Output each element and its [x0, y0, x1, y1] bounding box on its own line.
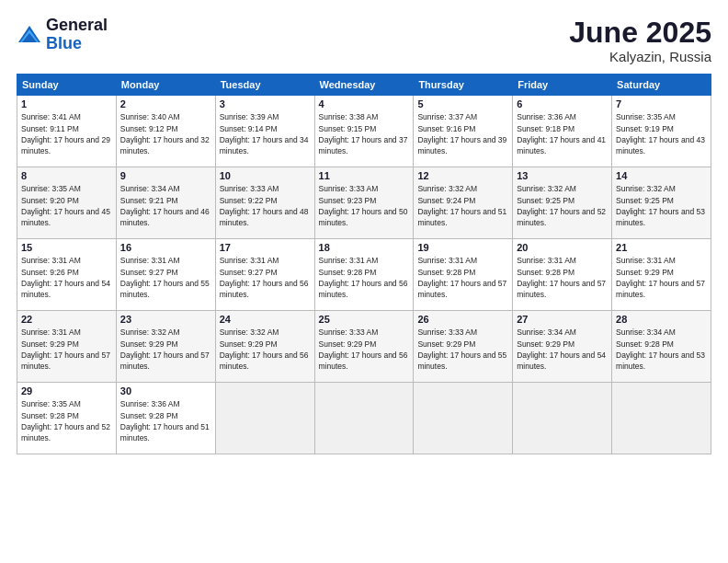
calendar-week-4: 22Sunrise: 3:31 AM Sunset: 9:29 PM Dayli… [17, 311, 711, 383]
day-info: Sunrise: 3:33 AM Sunset: 9:29 PM Dayligh… [319, 327, 410, 372]
calendar-week-2: 8Sunrise: 3:35 AM Sunset: 9:20 PM Daylig… [17, 167, 711, 239]
day-number: 10 [220, 170, 311, 181]
table-row [612, 383, 711, 454]
day-info: Sunrise: 3:34 AM Sunset: 9:28 PM Dayligh… [616, 327, 707, 372]
day-info: Sunrise: 3:32 AM Sunset: 9:25 PM Dayligh… [616, 183, 707, 228]
day-number: 4 [319, 98, 410, 109]
table-row: 2Sunrise: 3:40 AM Sunset: 9:12 PM Daylig… [116, 96, 215, 167]
table-row: 21Sunrise: 3:31 AM Sunset: 9:29 PM Dayli… [612, 239, 711, 311]
day-info: Sunrise: 3:31 AM Sunset: 9:26 PM Dayligh… [21, 255, 112, 300]
title-block: June 2025 Kalyazin, Russia [569, 17, 711, 64]
day-number: 22 [21, 314, 112, 325]
col-tuesday: Tuesday [215, 75, 314, 96]
day-info: Sunrise: 3:33 AM Sunset: 9:23 PM Dayligh… [319, 183, 410, 228]
table-row: 29Sunrise: 3:35 AM Sunset: 9:28 PM Dayli… [17, 383, 117, 454]
month-title: June 2025 [569, 17, 711, 49]
col-monday: Monday [116, 75, 215, 96]
table-row: 28Sunrise: 3:34 AM Sunset: 9:28 PM Dayli… [612, 311, 711, 383]
day-number: 16 [120, 242, 211, 253]
logo: General Blue [17, 17, 108, 53]
day-info: Sunrise: 3:32 AM Sunset: 9:29 PM Dayligh… [120, 327, 211, 372]
table-row: 6Sunrise: 3:36 AM Sunset: 9:18 PM Daylig… [513, 96, 612, 167]
day-number: 23 [120, 314, 211, 325]
day-number: 14 [616, 170, 707, 181]
day-number: 11 [319, 170, 410, 181]
col-thursday: Thursday [414, 75, 513, 96]
day-info: Sunrise: 3:31 AM Sunset: 9:29 PM Dayligh… [21, 327, 112, 372]
table-row: 24Sunrise: 3:32 AM Sunset: 9:29 PM Dayli… [215, 311, 314, 383]
table-row: 9Sunrise: 3:34 AM Sunset: 9:21 PM Daylig… [116, 167, 215, 239]
table-row [414, 383, 513, 454]
day-number: 7 [616, 98, 707, 109]
table-row: 30Sunrise: 3:36 AM Sunset: 9:28 PM Dayli… [116, 383, 215, 454]
calendar-header-row: Sunday Monday Tuesday Wednesday Thursday… [17, 75, 711, 96]
calendar-week-1: 1Sunrise: 3:41 AM Sunset: 9:11 PM Daylig… [17, 96, 711, 167]
day-number: 21 [616, 242, 707, 253]
table-row: 7Sunrise: 3:35 AM Sunset: 9:19 PM Daylig… [612, 96, 711, 167]
col-saturday: Saturday [612, 75, 711, 96]
table-row: 8Sunrise: 3:35 AM Sunset: 9:20 PM Daylig… [17, 167, 117, 239]
table-row: 3Sunrise: 3:39 AM Sunset: 9:14 PM Daylig… [215, 96, 314, 167]
day-number: 25 [319, 314, 410, 325]
table-row: 14Sunrise: 3:32 AM Sunset: 9:25 PM Dayli… [612, 167, 711, 239]
day-info: Sunrise: 3:33 AM Sunset: 9:29 PM Dayligh… [417, 327, 508, 372]
day-number: 5 [417, 98, 508, 109]
day-info: Sunrise: 3:37 AM Sunset: 9:16 PM Dayligh… [417, 111, 508, 156]
day-number: 8 [21, 170, 112, 181]
day-info: Sunrise: 3:41 AM Sunset: 9:11 PM Dayligh… [21, 111, 112, 156]
day-info: Sunrise: 3:38 AM Sunset: 9:15 PM Dayligh… [319, 111, 410, 156]
col-wednesday: Wednesday [314, 75, 414, 96]
day-info: Sunrise: 3:35 AM Sunset: 9:28 PM Dayligh… [21, 398, 112, 443]
table-row [314, 383, 414, 454]
day-number: 9 [120, 170, 211, 181]
table-row: 5Sunrise: 3:37 AM Sunset: 9:16 PM Daylig… [414, 96, 513, 167]
table-row: 10Sunrise: 3:33 AM Sunset: 9:22 PM Dayli… [215, 167, 314, 239]
day-number: 17 [220, 242, 311, 253]
table-row: 12Sunrise: 3:32 AM Sunset: 9:24 PM Dayli… [414, 167, 513, 239]
day-info: Sunrise: 3:32 AM Sunset: 9:24 PM Dayligh… [417, 183, 508, 228]
day-info: Sunrise: 3:32 AM Sunset: 9:25 PM Dayligh… [517, 183, 608, 228]
table-row: 16Sunrise: 3:31 AM Sunset: 9:27 PM Dayli… [116, 239, 215, 311]
day-info: Sunrise: 3:40 AM Sunset: 9:12 PM Dayligh… [120, 111, 211, 156]
logo-icon [17, 22, 42, 48]
day-number: 13 [517, 170, 608, 181]
calendar-week-5: 29Sunrise: 3:35 AM Sunset: 9:28 PM Dayli… [17, 383, 711, 454]
col-friday: Friday [513, 75, 612, 96]
col-sunday: Sunday [17, 75, 117, 96]
day-number: 6 [517, 98, 608, 109]
day-info: Sunrise: 3:31 AM Sunset: 9:29 PM Dayligh… [616, 255, 707, 300]
logo-blue: Blue [46, 35, 108, 53]
table-row: 4Sunrise: 3:38 AM Sunset: 9:15 PM Daylig… [314, 96, 414, 167]
day-info: Sunrise: 3:35 AM Sunset: 9:19 PM Dayligh… [616, 111, 707, 156]
logo-general: General [46, 17, 108, 35]
day-info: Sunrise: 3:33 AM Sunset: 9:22 PM Dayligh… [220, 183, 311, 228]
day-info: Sunrise: 3:31 AM Sunset: 9:27 PM Dayligh… [120, 255, 211, 300]
day-info: Sunrise: 3:39 AM Sunset: 9:14 PM Dayligh… [220, 111, 311, 156]
table-row: 22Sunrise: 3:31 AM Sunset: 9:29 PM Dayli… [17, 311, 117, 383]
day-info: Sunrise: 3:34 AM Sunset: 9:21 PM Dayligh… [120, 183, 211, 228]
table-row: 17Sunrise: 3:31 AM Sunset: 9:27 PM Dayli… [215, 239, 314, 311]
logo-text: General Blue [46, 17, 108, 53]
table-row: 13Sunrise: 3:32 AM Sunset: 9:25 PM Dayli… [513, 167, 612, 239]
table-row: 26Sunrise: 3:33 AM Sunset: 9:29 PM Dayli… [414, 311, 513, 383]
table-row: 27Sunrise: 3:34 AM Sunset: 9:29 PM Dayli… [513, 311, 612, 383]
day-number: 26 [417, 314, 508, 325]
day-number: 15 [21, 242, 112, 253]
day-number: 12 [417, 170, 508, 181]
day-info: Sunrise: 3:31 AM Sunset: 9:28 PM Dayligh… [417, 255, 508, 300]
table-row: 11Sunrise: 3:33 AM Sunset: 9:23 PM Dayli… [314, 167, 414, 239]
table-row: 25Sunrise: 3:33 AM Sunset: 9:29 PM Dayli… [314, 311, 414, 383]
day-number: 1 [21, 98, 112, 109]
calendar-week-3: 15Sunrise: 3:31 AM Sunset: 9:26 PM Dayli… [17, 239, 711, 311]
day-number: 30 [120, 385, 211, 396]
table-row [215, 383, 314, 454]
table-row: 20Sunrise: 3:31 AM Sunset: 9:28 PM Dayli… [513, 239, 612, 311]
day-number: 29 [21, 385, 112, 396]
calendar-table: Sunday Monday Tuesday Wednesday Thursday… [17, 74, 711, 454]
location: Kalyazin, Russia [569, 49, 711, 64]
day-info: Sunrise: 3:32 AM Sunset: 9:29 PM Dayligh… [220, 327, 311, 372]
day-info: Sunrise: 3:31 AM Sunset: 9:28 PM Dayligh… [517, 255, 608, 300]
table-row: 15Sunrise: 3:31 AM Sunset: 9:26 PM Dayli… [17, 239, 117, 311]
table-row: 23Sunrise: 3:32 AM Sunset: 9:29 PM Dayli… [116, 311, 215, 383]
table-row: 19Sunrise: 3:31 AM Sunset: 9:28 PM Dayli… [414, 239, 513, 311]
